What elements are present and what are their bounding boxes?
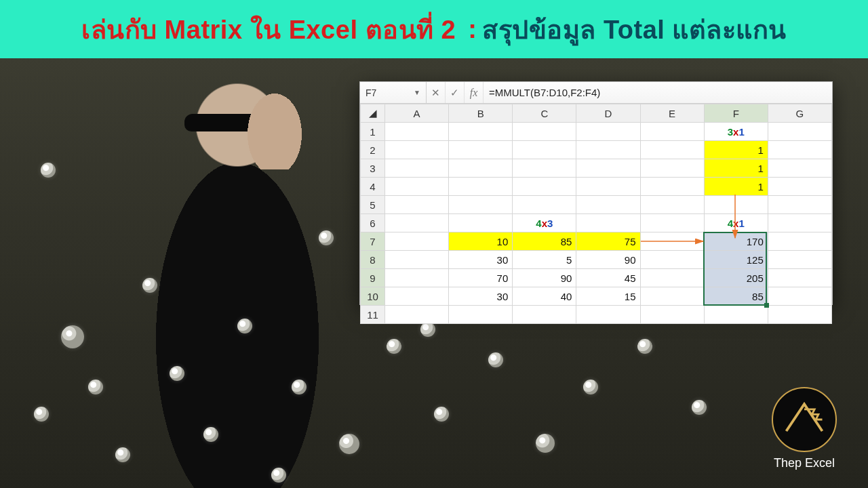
cell-d8[interactable]: 90 bbox=[576, 251, 640, 269]
cell-d10[interactable]: 15 bbox=[576, 287, 640, 306]
cell-b10[interactable]: 30 bbox=[449, 287, 513, 306]
row-header[interactable]: 4 bbox=[361, 178, 385, 196]
cell-f7[interactable]: 170 bbox=[704, 232, 768, 251]
cell-f3[interactable]: 1 bbox=[704, 159, 768, 178]
title-colon: : bbox=[468, 15, 477, 44]
cell-b7[interactable]: 10 bbox=[449, 232, 513, 251]
title-part2: สรุปข้อมูล Total แต่ละแกน bbox=[482, 9, 787, 50]
row-header[interactable]: 10 bbox=[361, 287, 385, 306]
cell-c10[interactable]: 40 bbox=[513, 287, 576, 306]
formula-bar: F7 ▼ ✕ ✓ fx =MMULT(B7:D10,F2:F4) bbox=[360, 82, 832, 104]
col-header[interactable]: D bbox=[576, 104, 640, 123]
cell-b8[interactable]: 30 bbox=[449, 251, 513, 269]
col-header[interactable]: G bbox=[768, 104, 831, 123]
col-header[interactable]: C bbox=[513, 104, 576, 123]
row-header[interactable]: 6 bbox=[361, 214, 385, 232]
excel-window: F7 ▼ ✕ ✓ fx =MMULT(B7:D10,F2:F4) ◢ A B C… bbox=[359, 81, 833, 305]
row-header[interactable]: 8 bbox=[361, 251, 385, 269]
brand-logo: Thep Excel bbox=[772, 387, 837, 470]
chevron-down-icon: ▼ bbox=[414, 89, 420, 96]
row-header[interactable]: 11 bbox=[361, 306, 385, 324]
enter-icon[interactable]: ✓ bbox=[446, 82, 465, 103]
spreadsheet-grid[interactable]: ◢ A B C D E F G 1 3x1 2 1 3 1 4 1 5 6 4x… bbox=[360, 104, 832, 324]
cell-c7[interactable]: 85 bbox=[513, 232, 576, 251]
cancel-icon[interactable]: ✕ bbox=[427, 82, 446, 103]
row-header[interactable]: 9 bbox=[361, 269, 385, 287]
name-box-value: F7 bbox=[366, 87, 410, 98]
cell-f2[interactable]: 1 bbox=[704, 141, 768, 159]
fill-handle[interactable] bbox=[764, 303, 769, 308]
fx-icon[interactable]: fx bbox=[465, 82, 484, 103]
col-header[interactable]: B bbox=[449, 104, 513, 123]
col-header[interactable]: E bbox=[640, 104, 704, 123]
title-part1: เล่นกับ Matrix ใน Excel ตอนที่ 2 bbox=[81, 9, 456, 50]
cell-c8[interactable]: 5 bbox=[513, 251, 576, 269]
row-header[interactable]: 5 bbox=[361, 196, 385, 214]
cell-f1[interactable]: 3x1 bbox=[704, 123, 768, 141]
name-box[interactable]: F7 ▼ bbox=[360, 82, 427, 103]
cell-f9[interactable]: 205 bbox=[704, 269, 768, 287]
column-header-row: ◢ A B C D E F G bbox=[361, 104, 832, 123]
cell-d9[interactable]: 45 bbox=[576, 269, 640, 287]
raised-hand bbox=[244, 81, 305, 169]
logo-label: Thep Excel bbox=[774, 456, 835, 470]
row-header[interactable]: 3 bbox=[361, 159, 385, 178]
cell-c9[interactable]: 90 bbox=[513, 269, 576, 287]
row-header[interactable]: 1 bbox=[361, 123, 385, 141]
cell-f10[interactable]: 85 bbox=[704, 287, 768, 306]
title-banner: เล่นกับ Matrix ใน Excel ตอนที่ 2 : สรุปข… bbox=[0, 0, 868, 58]
cell-f4[interactable]: 1 bbox=[704, 178, 768, 196]
cell-f6[interactable]: 4x1 bbox=[704, 214, 768, 232]
cell-b9[interactable]: 70 bbox=[449, 269, 513, 287]
formula-input[interactable]: =MMULT(B7:D10,F2:F4) bbox=[484, 82, 832, 103]
select-all-corner[interactable]: ◢ bbox=[361, 104, 385, 123]
row-header[interactable]: 7 bbox=[361, 232, 385, 251]
row-header[interactable]: 2 bbox=[361, 141, 385, 159]
logo-icon bbox=[772, 387, 837, 452]
cell-d7[interactable]: 75 bbox=[576, 232, 640, 251]
col-header[interactable]: A bbox=[385, 104, 449, 123]
cell-f8[interactable]: 125 bbox=[704, 251, 768, 269]
cell-c6[interactable]: 4x3 bbox=[513, 214, 576, 232]
col-header[interactable]: F bbox=[704, 104, 768, 123]
